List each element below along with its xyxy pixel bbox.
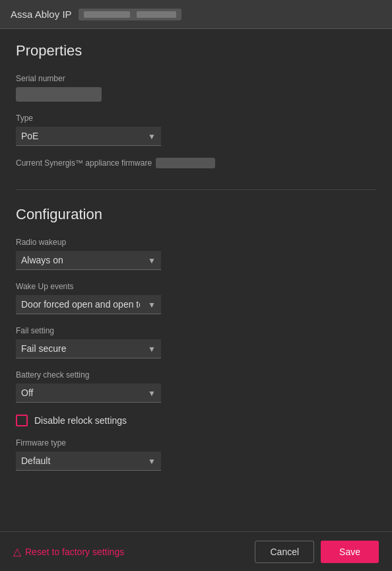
- disable-relock-row: Disable relock settings: [16, 415, 376, 426]
- firmware-label: Current Synergis™ appliance firmware: [16, 158, 152, 168]
- header-badge: [79, 9, 181, 20]
- battery-check-label: Battery check setting: [16, 370, 376, 380]
- wake-up-events-select-wrapper: Door forced open and open tot ▼: [16, 295, 161, 314]
- disable-relock-checkbox[interactable]: [16, 415, 28, 426]
- firmware-type-select-wrapper: Default Custom ▼: [16, 452, 161, 471]
- firmware-row: Current Synergis™ appliance firmware: [16, 158, 376, 168]
- wake-up-events-select[interactable]: Door forced open and open tot: [16, 295, 161, 314]
- fail-setting-field: Fail setting Fail secure Fail open ▼: [16, 326, 376, 358]
- properties-section: Properties Serial number Type PoE Non-Po…: [16, 42, 376, 168]
- fail-setting-label: Fail setting: [16, 326, 376, 335]
- disable-relock-label: Disable relock settings: [34, 415, 127, 426]
- fail-setting-select-wrapper: Fail secure Fail open ▼: [16, 339, 161, 358]
- fail-setting-select[interactable]: Fail secure Fail open: [16, 339, 161, 358]
- reset-factory-button[interactable]: △ Reset to factory settings: [13, 545, 124, 558]
- footer-buttons: Cancel Save: [255, 541, 379, 563]
- battery-check-select[interactable]: Off On: [16, 384, 161, 403]
- header-bar: Assa Abloy IP: [0, 0, 392, 29]
- type-field: Type PoE Non-PoE ▼: [16, 114, 376, 146]
- radio-wakeup-select-wrapper: Always on Off ▼: [16, 251, 161, 270]
- type-select[interactable]: PoE Non-PoE: [16, 127, 161, 146]
- configuration-section: Configuration Radio wakeup Always on Off…: [16, 206, 376, 471]
- serial-number-label: Serial number: [16, 74, 376, 83]
- header-title: Assa Abloy IP: [11, 9, 72, 20]
- wake-up-events-field: Wake Up events Door forced open and open…: [16, 282, 376, 314]
- firmware-type-select[interactable]: Default Custom: [16, 452, 161, 471]
- section-divider: [16, 189, 376, 190]
- firmware-type-label: Firmware type: [16, 438, 376, 448]
- footer-bar: △ Reset to factory settings Cancel Save: [0, 531, 392, 571]
- configuration-title: Configuration: [16, 206, 376, 223]
- save-button[interactable]: Save: [321, 541, 379, 563]
- wake-up-events-label: Wake Up events: [16, 282, 376, 291]
- battery-check-select-wrapper: Off On ▼: [16, 384, 161, 403]
- radio-wakeup-select[interactable]: Always on Off: [16, 251, 161, 270]
- serial-number-field: Serial number: [16, 74, 376, 102]
- properties-title: Properties: [16, 42, 376, 59]
- battery-check-field: Battery check setting Off On ▼: [16, 370, 376, 403]
- cancel-button[interactable]: Cancel: [255, 541, 314, 563]
- firmware-type-field: Firmware type Default Custom ▼: [16, 438, 376, 471]
- firmware-value: [156, 158, 215, 168]
- reset-factory-label: Reset to factory settings: [25, 547, 124, 557]
- warning-icon: △: [13, 545, 21, 558]
- radio-wakeup-field: Radio wakeup Always on Off ▼: [16, 238, 376, 270]
- radio-wakeup-label: Radio wakeup: [16, 238, 376, 247]
- type-label: Type: [16, 114, 376, 123]
- serial-number-value: [16, 87, 102, 102]
- type-select-wrapper: PoE Non-PoE ▼: [16, 127, 161, 146]
- main-content: Properties Serial number Type PoE Non-Po…: [0, 29, 392, 531]
